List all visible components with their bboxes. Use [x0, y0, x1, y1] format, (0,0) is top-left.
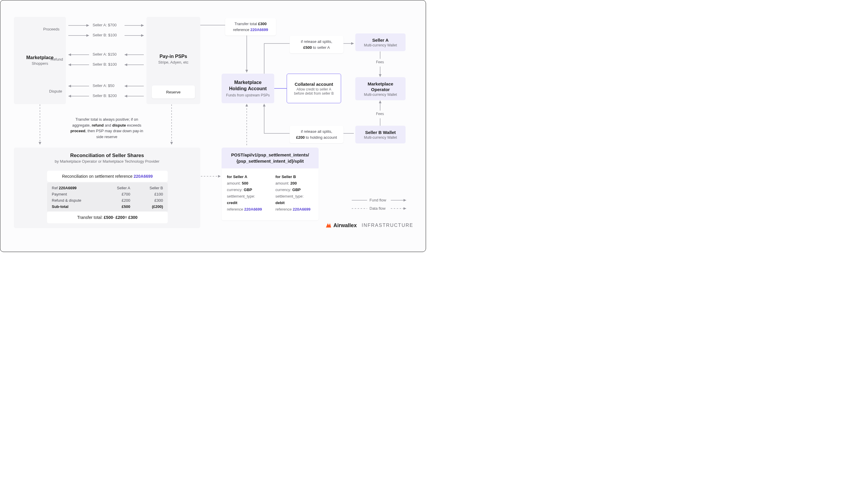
- holding-title-1: Marketplace: [234, 79, 262, 86]
- legend-fund: Fund flow: [369, 198, 386, 202]
- operator-title-1: Marketplace: [368, 81, 394, 87]
- operator-sub: Multi-currency Wallet: [364, 93, 397, 97]
- refund-a: Seller A: $150: [93, 52, 116, 56]
- collateral-title: Collateral account: [295, 81, 333, 87]
- holding-title-2: Holding Account: [229, 86, 267, 92]
- infra-label: INFRASTRUCTURE: [362, 223, 414, 228]
- recon-refbar: Reconciliation on settlement reference 2…: [47, 171, 168, 182]
- holding-account-box: Marketplace Holding Account Funds from u…: [222, 74, 274, 103]
- transfer-note: Transfer total £300 reference 220A6699: [225, 18, 276, 36]
- refund-b: Seller B: $100: [93, 62, 117, 67]
- operator-title-2: Operator: [371, 87, 389, 93]
- proceeds-label: Proceeds: [43, 27, 59, 31]
- recon-table: Ref 220A6699 Seller A Seller B Payment £…: [47, 182, 168, 212]
- proceeds-a: Seller A: $700: [93, 23, 116, 27]
- seller-a-box: Seller A Multi-currency Wallet: [355, 33, 405, 51]
- dispute-a: Seller A: $50: [93, 84, 114, 88]
- reserve-note: Transfer total is always positive; if on…: [67, 116, 147, 140]
- api-col-a: for Seller A amount: 500 currency: GBP s…: [222, 169, 270, 220]
- marketplace-sub: Shoppers: [32, 61, 48, 66]
- fees-label-bottom: Fees: [376, 112, 384, 116]
- marketplace-title: Marketplace: [26, 55, 54, 61]
- dispute-b: Seller B: $200: [93, 93, 117, 98]
- psp-title: Pay-in PSPs: [160, 54, 187, 60]
- holding-sub: Funds from upstream PSPs: [226, 93, 270, 97]
- airwallex-icon: [325, 222, 332, 229]
- seller-a-sub: Multi-currency Wallet: [364, 43, 397, 47]
- brand-name: Airwallex: [333, 222, 357, 229]
- diagram-canvas: Marketplace Shoppers Proceeds Refund Dis…: [0, 0, 426, 252]
- seller-b-box: Seller B Wallet Multi-currency Wallet: [355, 126, 405, 143]
- api-body: for Seller A amount: 500 currency: GBP s…: [222, 169, 319, 220]
- seller-a-title: Seller A: [372, 37, 388, 43]
- seller-b-sub: Multi-currency Wallet: [364, 136, 397, 140]
- reserve-label: Reserve: [166, 90, 180, 94]
- legend-data: Data flow: [369, 206, 385, 211]
- recon-title: Reconciliation of Seller Shares: [14, 152, 200, 159]
- refund-label: Refund: [51, 57, 63, 61]
- psp-sub: Stripe, Adyen, etc: [158, 60, 188, 65]
- brand-logo: Airwallex INFRASTRUCTURE: [325, 222, 413, 229]
- recon-sub: by Marketplace Operator or Marketplace T…: [14, 159, 200, 164]
- dispute-label: Dispute: [49, 89, 62, 93]
- api-col-b: for Seller B amount: 200 currency: GBP s…: [270, 169, 319, 220]
- fees-label-top: Fees: [376, 60, 384, 64]
- seller-b-title: Seller B Wallet: [365, 129, 396, 136]
- split-b-note: if release all splits, £200 to holding a…: [290, 126, 343, 143]
- proceeds-b: Seller B: $100: [93, 33, 117, 37]
- reserve-box: Reserve: [152, 86, 195, 98]
- collateral-sub1: Allow credit to seller A: [296, 87, 331, 91]
- transfer-total-bar: Transfer total: £500 - £200 = £300: [47, 212, 168, 223]
- operator-box: Marketplace Operator Multi-currency Wall…: [355, 77, 405, 100]
- collateral-sub2: before debit from seller B: [294, 91, 334, 95]
- split-a-note: if release all splits, £500 to seller A: [290, 36, 343, 53]
- api-endpoint-box: POST/api/v1/psp_settlement_intents/ {psp…: [222, 148, 319, 168]
- collateral-box: Collateral account Allow credit to selle…: [287, 74, 341, 103]
